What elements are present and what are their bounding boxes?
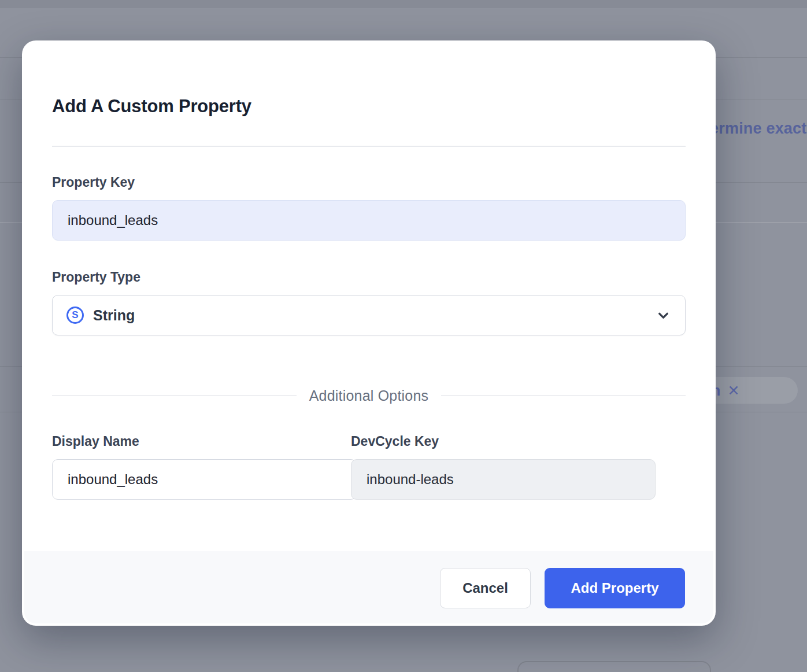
property-key-label: Property Key xyxy=(52,175,135,190)
chevron-down-icon xyxy=(656,308,671,323)
cancel-button[interactable]: Cancel xyxy=(440,568,531,608)
property-type-select[interactable]: S String xyxy=(52,295,686,335)
display-name-label: Display Name xyxy=(52,434,139,449)
devcycle-key-input xyxy=(351,459,656,500)
add-property-button[interactable]: Add Property xyxy=(545,568,685,608)
modal-title: Add A Custom Property xyxy=(52,96,251,117)
devcycle-key-label: DevCycle Key xyxy=(351,434,439,449)
background-header-bar xyxy=(0,0,807,8)
property-key-input[interactable] xyxy=(52,200,686,241)
property-type-selected-value: String xyxy=(93,307,135,324)
additional-options-label: Additional Options xyxy=(309,387,429,404)
background-button-outline xyxy=(517,661,711,672)
title-divider xyxy=(52,146,686,147)
add-custom-property-modal: Add A Custom Property Property Key Prope… xyxy=(22,40,716,626)
close-icon: ✕ xyxy=(727,382,739,399)
property-type-label: Property Type xyxy=(52,269,140,285)
display-name-input[interactable] xyxy=(52,459,357,500)
string-type-icon: S xyxy=(66,307,84,324)
background-link-text: ermine exact xyxy=(710,120,807,138)
additional-options-divider: Additional Options xyxy=(52,386,686,405)
